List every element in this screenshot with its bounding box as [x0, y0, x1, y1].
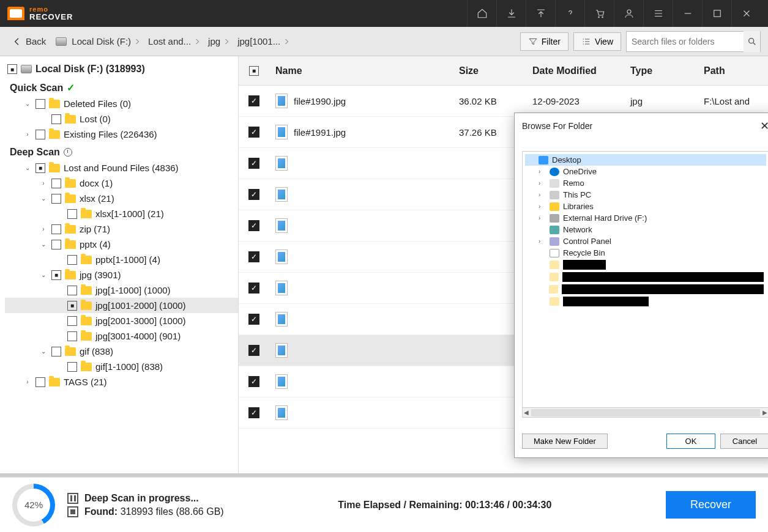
checkbox[interactable] — [67, 316, 77, 326]
stop-icon[interactable] — [67, 506, 78, 517]
expander-icon[interactable]: › — [539, 215, 546, 221]
scroll-right-icon[interactable]: ▶ — [762, 409, 767, 416]
close-icon[interactable] — [731, 0, 761, 27]
checkbox[interactable] — [51, 347, 61, 357]
back-button[interactable]: Back — [7, 34, 51, 49]
scroll-thumb[interactable] — [531, 409, 760, 416]
checkbox[interactable] — [248, 407, 259, 418]
crumb-0[interactable]: Local Disk (F:) — [69, 35, 143, 48]
dialog-hscroll[interactable]: ◀ ▶ — [522, 408, 768, 418]
dialog-close-button[interactable]: ✕ — [760, 119, 768, 133]
checkbox[interactable] — [248, 220, 259, 231]
folder-tree-item[interactable]: ›Control Panel — [525, 235, 766, 247]
view-button[interactable]: View — [573, 32, 621, 51]
checkbox[interactable] — [248, 95, 259, 106]
col-name[interactable]: Name — [269, 65, 453, 76]
folder-tree-item[interactable]: Recycle Bin — [525, 247, 766, 259]
checkbox[interactable] — [67, 255, 77, 265]
cancel-button[interactable]: Cancel — [720, 434, 768, 449]
home-icon[interactable] — [467, 0, 496, 27]
checkbox[interactable] — [35, 130, 45, 139]
search-button[interactable] — [744, 31, 760, 52]
expander-icon[interactable]: ⌄ — [39, 347, 48, 356]
recover-button[interactable]: Recover — [666, 491, 756, 519]
tree-item[interactable]: ⌄pptx (4) — [5, 237, 238, 252]
checkbox[interactable] — [35, 99, 45, 109]
tree-item[interactable]: gif[1-1000] (838) — [5, 359, 238, 374]
tree-item[interactable]: jpg[2001-3000] (1000) — [5, 313, 238, 328]
checkbox[interactable] — [51, 179, 61, 188]
expander-icon[interactable]: › — [39, 225, 48, 234]
expander-icon[interactable]: › — [539, 168, 546, 175]
checkbox[interactable] — [248, 345, 259, 356]
folder-tree-item[interactable] — [525, 259, 766, 271]
tree-item[interactable]: ›TAGS (21) — [5, 374, 238, 390]
tree-item[interactable]: ›Existing Files (226436) — [5, 127, 238, 142]
col-date[interactable]: Date Modified — [526, 65, 624, 76]
col-size[interactable]: Size — [453, 65, 526, 76]
checkbox[interactable] — [51, 114, 61, 124]
tree-item[interactable]: jpg[3001-4000] (901) — [5, 328, 238, 344]
checkbox[interactable] — [51, 224, 61, 234]
crumb-3[interactable]: jpg[1001... — [235, 35, 293, 48]
folder-tree-item[interactable]: ›Libraries — [525, 201, 766, 212]
checkbox[interactable] — [67, 286, 77, 295]
tree-item[interactable]: ›docx (1) — [5, 175, 238, 191]
tree-item[interactable]: jpg[1001-2000] (1000) — [5, 298, 238, 313]
tree-item[interactable]: xlsx[1-1000] (21) — [5, 206, 238, 221]
col-path[interactable]: Path — [698, 65, 768, 76]
checkbox[interactable] — [248, 376, 259, 387]
checkbox[interactable] — [67, 209, 77, 219]
expander-icon[interactable]: › — [539, 238, 546, 245]
checkbox[interactable] — [67, 362, 77, 372]
checkbox[interactable] — [248, 127, 259, 138]
checkbox[interactable] — [248, 251, 259, 262]
user-icon[interactable] — [614, 0, 643, 27]
tree-root[interactable]: Local Disk (F:) (318993) — [5, 61, 238, 77]
expander-icon[interactable]: ⌄ — [39, 240, 48, 249]
folder-tree[interactable]: Desktop›OneDrive›Remo›This PC›Libraries›… — [522, 151, 768, 408]
checkbox[interactable] — [51, 270, 61, 280]
tree-item[interactable]: ⌄jpg (3901) — [5, 267, 238, 283]
expander-icon[interactable]: ⌄ — [23, 100, 32, 108]
minimize-icon[interactable] — [673, 0, 702, 27]
folder-tree-item[interactable] — [525, 283, 766, 295]
cart-icon[interactable] — [584, 0, 614, 27]
filter-button[interactable]: Filter — [520, 32, 569, 51]
maximize-icon[interactable] — [702, 0, 731, 27]
tree-item[interactable]: ⌄gif (838) — [5, 344, 238, 359]
checkbox[interactable] — [51, 194, 61, 204]
scroll-left-icon[interactable]: ◀ — [524, 409, 529, 416]
expander-icon[interactable]: ⌄ — [23, 164, 32, 172]
tree-item[interactable]: ⌄Lost and Found Files (4836) — [5, 160, 238, 175]
tree-item[interactable]: pptx[1-1000] (4) — [5, 252, 238, 267]
folder-tree-item[interactable]: ›Remo — [525, 177, 766, 189]
checkbox[interactable] — [7, 64, 17, 74]
select-all-checkbox[interactable] — [249, 66, 259, 76]
tree-item[interactable]: Lost (0) — [5, 111, 238, 127]
folder-tree-item[interactable]: ›OneDrive — [525, 166, 766, 177]
search-input[interactable] — [627, 37, 744, 46]
expander-icon[interactable]: › — [23, 130, 32, 139]
checkbox[interactable] — [35, 163, 45, 173]
tree-item[interactable]: jpg[1-1000] (1000) — [5, 283, 238, 298]
tree-item[interactable]: ›zip (71) — [5, 221, 238, 237]
ok-button[interactable]: OK — [666, 434, 715, 449]
expander-icon[interactable]: › — [539, 180, 546, 187]
folder-tree-item[interactable] — [525, 295, 766, 308]
checkbox[interactable] — [51, 240, 61, 249]
checkbox[interactable] — [67, 301, 77, 311]
expander-icon[interactable]: ⌄ — [39, 271, 48, 279]
expander-icon[interactable]: › — [39, 179, 48, 188]
upload-icon[interactable] — [526, 0, 555, 27]
crumb-1[interactable]: Lost and... — [146, 35, 203, 48]
checkbox[interactable] — [248, 314, 259, 325]
checkbox[interactable] — [248, 189, 259, 200]
pause-icon[interactable] — [67, 493, 78, 504]
col-type[interactable]: Type — [624, 65, 698, 76]
expander-icon[interactable]: › — [23, 378, 32, 386]
folder-tree-item[interactable]: ›External Hard Drive (F:) — [525, 212, 766, 224]
menu-icon[interactable] — [643, 0, 673, 27]
checkbox[interactable] — [248, 283, 259, 294]
folder-tree-item[interactable]: Network — [525, 224, 766, 235]
